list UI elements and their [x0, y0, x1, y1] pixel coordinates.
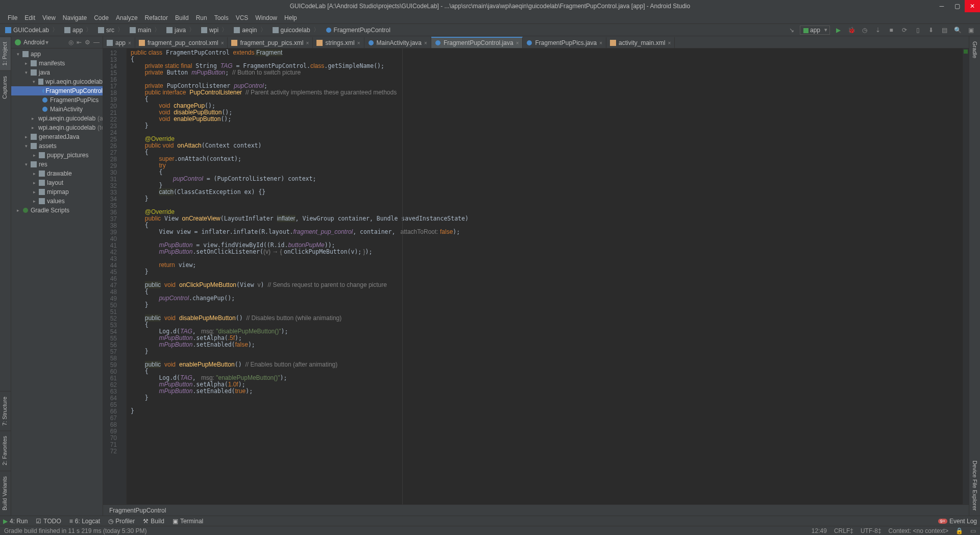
error-stripe[interactable]	[963, 48, 969, 504]
tree-mipmap[interactable]: ▸mipmap	[11, 187, 103, 197]
sdk-button[interactable]: ⬇	[926, 25, 936, 35]
editor-tab-0[interactable]: app×	[103, 37, 135, 48]
menu-edit[interactable]: Edit	[21, 14, 39, 21]
crumb-root[interactable]: GUICodeLab〉	[3, 26, 61, 34]
gear-icon[interactable]: ⚙	[85, 39, 90, 46]
tree-manifests[interactable]: ▸manifests	[11, 59, 103, 68]
stop-button[interactable]: ■	[886, 25, 896, 35]
tree-class-control[interactable]: FragmentPupControl	[11, 86, 103, 95]
editor-tab-7[interactable]: activity_main.xml×	[606, 37, 675, 48]
close-button[interactable]: ✕	[965, 0, 980, 12]
crumb-aeqin[interactable]: aeqin〉	[232, 26, 269, 34]
tree-pkg-androidtest[interactable]: ▸wpi.aeqin.guicodelab (androidTest)	[11, 114, 103, 123]
project-view-label[interactable]: Android	[23, 39, 44, 46]
hide-icon[interactable]: —	[93, 39, 100, 46]
stripe-gradle[interactable]: Gradle	[970, 36, 979, 63]
maximize-button[interactable]: ▢	[949, 0, 965, 12]
tab-build[interactable]: ⚒Build	[143, 518, 164, 525]
editor-tab-1[interactable]: fragment_pup_control.xml×	[135, 37, 228, 48]
editor-tab-2[interactable]: fragment_pup_pics.xml×	[228, 37, 313, 48]
crumb-wpi[interactable]: wpi〉	[199, 26, 231, 34]
stripe-device-explorer[interactable]: Device File Explorer	[970, 455, 979, 516]
crumb-java[interactable]: java〉	[164, 26, 198, 34]
tree-layout[interactable]: ▸layout	[11, 178, 103, 187]
target-icon[interactable]: ◎	[68, 39, 74, 46]
lock-icon[interactable]: 🔒	[955, 527, 963, 534]
menu-build[interactable]: Build	[172, 14, 192, 21]
menu-analyze[interactable]: Analyze	[112, 14, 141, 21]
stripe-captures[interactable]: Captures	[0, 70, 11, 104]
collapse-icon[interactable]: ⇤	[77, 39, 82, 46]
tree-pkg-test[interactable]: ▸wpi.aeqin.guicodelab (test)	[11, 123, 103, 132]
structure-button[interactable]: ▤	[939, 25, 949, 35]
tab-close-icon[interactable]: ×	[306, 40, 309, 46]
tree-puppy[interactable]: ▸puppy_pictures	[11, 151, 103, 160]
sync-button[interactable]: ⟳	[899, 25, 910, 35]
tab-close-icon[interactable]: ×	[221, 40, 224, 46]
stripe-structure[interactable]: 7: Structure	[0, 391, 11, 431]
debug-button[interactable]: 🐞	[846, 25, 856, 35]
menu-view[interactable]: View	[39, 14, 59, 21]
tab-close-icon[interactable]: ×	[424, 40, 427, 46]
tab-close-icon[interactable]: ×	[357, 40, 360, 46]
settings-button[interactable]: ▣	[966, 25, 976, 35]
menu-tools[interactable]: Tools	[211, 14, 232, 21]
tree-pkg-main[interactable]: ▾wpi.aeqin.guicodelab	[11, 77, 103, 86]
code-content[interactable]: public class FragmentPupControl extends …	[127, 48, 963, 504]
minimize-button[interactable]: ─	[934, 0, 949, 12]
editor-tab-5[interactable]: FragmentPupControl.java×	[431, 37, 523, 48]
editor-tab-4[interactable]: MainActivity.java×	[364, 37, 431, 48]
tree-drawable[interactable]: ▸drawable	[11, 169, 103, 178]
crumb-src[interactable]: src〉	[96, 26, 127, 34]
tab-close-icon[interactable]: ×	[668, 40, 671, 46]
tab-close-icon[interactable]: ×	[516, 40, 519, 46]
run-button[interactable]: ▶	[833, 25, 843, 35]
code-editor[interactable]: 1213141516171819202122232425262728293031…	[103, 48, 969, 504]
tab-todo[interactable]: ☑TODO	[36, 518, 61, 525]
crumb-app[interactable]: app〉	[62, 26, 95, 34]
avd-button[interactable]: ▯	[913, 25, 923, 35]
back-button[interactable]: ↘	[787, 25, 797, 35]
tree-res[interactable]: ▾res	[11, 160, 103, 169]
editor-tab-3[interactable]: strings.xml×	[313, 37, 364, 48]
context-indicator[interactable]: Context: <no context>	[889, 527, 948, 534]
stripe-build-variants[interactable]: Build Variants	[0, 471, 11, 516]
menu-help[interactable]: Help	[281, 14, 301, 21]
tree-generated[interactable]: ▸generatedJava	[11, 132, 103, 141]
crumb-pkg[interactable]: guicodelab〉	[271, 26, 323, 34]
stripe-project[interactable]: 1: Project	[0, 36, 11, 70]
memory-indicator[interactable]: ▭	[970, 527, 976, 534]
file-encoding[interactable]: UTF-8‡	[861, 527, 881, 534]
menu-vcs[interactable]: VCS	[232, 14, 252, 21]
attach-button[interactable]: ⇣	[873, 25, 883, 35]
menu-window[interactable]: Window	[252, 14, 281, 21]
line-separator[interactable]: CRLF‡	[834, 527, 853, 534]
tab-profiler[interactable]: ◷Profiler	[108, 518, 135, 525]
crumb-main[interactable]: main〉	[128, 26, 163, 34]
menu-code[interactable]: Code	[90, 14, 112, 21]
tree-java[interactable]: ▾java	[11, 68, 103, 77]
tab-eventlog[interactable]: 9+Event Log	[938, 518, 977, 525]
editor-breadcrumb[interactable]: FragmentPupControl	[103, 504, 969, 516]
tab-close-icon[interactable]: ×	[599, 40, 602, 46]
menu-file[interactable]: File	[4, 14, 21, 21]
tab-logcat[interactable]: ≡6: Logcat	[69, 518, 100, 525]
tab-terminal[interactable]: ▣Terminal	[173, 518, 203, 525]
search-button[interactable]: 🔍	[952, 25, 963, 35]
tab-close-icon[interactable]: ×	[128, 40, 131, 46]
tree-class-pics[interactable]: FragmentPupPics	[11, 95, 103, 105]
tree-assets[interactable]: ▾assets	[11, 141, 103, 151]
stripe-favorites[interactable]: 2: Favorites	[0, 430, 11, 470]
run-config-select[interactable]: app	[800, 26, 830, 35]
tree-gradle[interactable]: ▸Gradle Scripts	[11, 206, 103, 215]
tree-class-main[interactable]: MainActivity	[11, 105, 103, 114]
profile-button[interactable]: ◷	[860, 25, 870, 35]
chevron-down-icon[interactable]: ▾	[45, 39, 48, 46]
tree-values[interactable]: ▸values	[11, 197, 103, 206]
tree-app[interactable]: ▾app	[11, 50, 103, 59]
crumb-file[interactable]: FragmentPupControl	[324, 27, 393, 34]
menu-navigate[interactable]: Navigate	[59, 14, 90, 21]
editor-tab-6[interactable]: FragmentPupPics.java×	[523, 37, 606, 48]
caret-position[interactable]: 12:49	[812, 527, 827, 534]
menu-run[interactable]: Run	[192, 14, 211, 21]
